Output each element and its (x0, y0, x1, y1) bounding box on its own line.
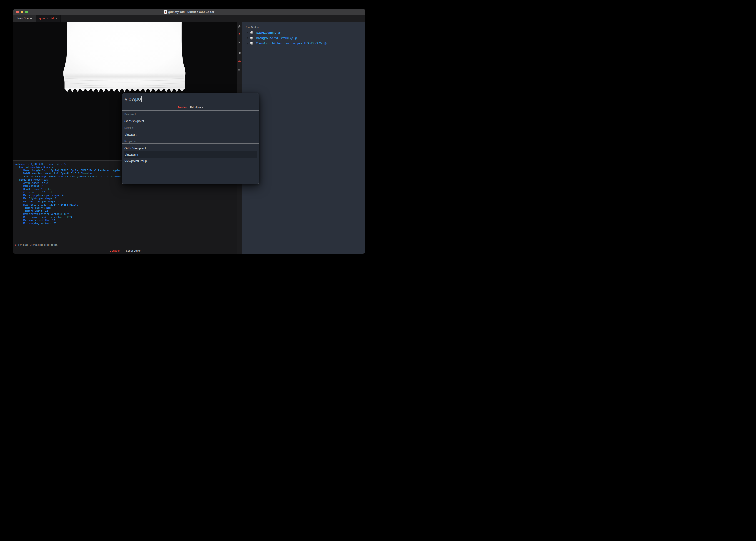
node-name-label: Tütchen_rissc_mappes_TRANSFORM (272, 42, 323, 45)
pan-hand-icon[interactable] (238, 25, 241, 29)
dialog-tab-bar: Nodes Primitives (122, 104, 259, 110)
bullseye-badge-icon[interactable]: ◎ (290, 37, 293, 40)
text-caret (141, 96, 142, 102)
tab-bar: New Scene gummy.x3d × (13, 15, 365, 22)
dialog-section-label: Navigation (122, 140, 259, 144)
search-input[interactable]: viewpo (122, 93, 259, 104)
outline-header: Root Nodes (245, 26, 259, 28)
script-edit-icon[interactable] (238, 69, 241, 72)
document-icon (164, 10, 167, 14)
expand-triangle-icon[interactable] (247, 37, 248, 39)
tree-node-row[interactable]: TransformTütchen_rissc_mappes_TRANSFORM◎ (242, 41, 365, 46)
dialog-item-viewport[interactable]: Viewport (124, 132, 257, 138)
console-prompt-placeholder: Evaluate JavaScript code here. (18, 243, 58, 247)
dialog-tab-primitives[interactable]: Primitives (190, 106, 203, 109)
zoom-window-button[interactable] (25, 11, 28, 13)
dialog-tab-nodes[interactable]: Nodes (178, 106, 187, 109)
traffic-lights (16, 9, 28, 15)
node-type-label: NavigationInfo (256, 31, 276, 34)
console-tab-bar: Console Script Editor (13, 248, 237, 254)
bullseye-badge-icon[interactable]: ◎ (324, 42, 327, 45)
close-window-button[interactable] (16, 11, 19, 13)
outline-panel: Root Nodes NavigationInfo◉BackgroundWO_W… (242, 22, 365, 254)
tab-console[interactable]: Console (110, 249, 120, 252)
node-sphere-icon (250, 37, 253, 40)
tab-new-scene[interactable]: New Scene (13, 15, 36, 22)
sunrise-light-icon[interactable] (238, 59, 241, 62)
dialog-item-orthoviewpoint[interactable]: OrthoViewpoint (124, 145, 257, 152)
node-sphere-icon (250, 31, 253, 34)
dialog-section-label: Geospatial (122, 113, 259, 116)
dialog-result-list: GeospatialGeoViewpointLayeringViewportNa… (122, 113, 259, 164)
dialog-section-label: Layering (122, 126, 259, 130)
tab-gummy-x3d[interactable]: gummy.x3d × (36, 15, 61, 22)
dialog-item-viewpoint[interactable]: Viewpoint (124, 152, 257, 158)
dialog-divider (122, 110, 259, 111)
window-title: gummy.x3d · Sunrize X3D Editor (168, 10, 214, 14)
dialog-item-geoviewpoint[interactable]: GeoViewpoint (124, 118, 257, 124)
node-search-dialog: viewpo Nodes Primitives GeospatialGeoVie… (122, 93, 259, 184)
outline-bottom-bar (242, 248, 365, 254)
fisheye-badge-icon[interactable]: ◉ (295, 37, 297, 40)
tree-node-row[interactable]: NavigationInfo◉ (242, 30, 365, 35)
node-name-label: WO_World (274, 36, 289, 40)
play-icon[interactable] (238, 40, 241, 44)
expand-triangle-icon[interactable] (247, 42, 248, 45)
prompt-chevron-icon: ❯ (15, 244, 17, 246)
toolbar-divider (238, 48, 241, 48)
minimize-window-button[interactable] (21, 11, 23, 13)
node-tree: NavigationInfo◉BackgroundWO_World◎◉Trans… (242, 30, 365, 46)
console-prompt-row[interactable]: ❯ Evaluate JavaScript code here. (13, 242, 237, 248)
node-type-label: Transform (256, 42, 270, 45)
frame-camera-icon[interactable] (238, 51, 241, 55)
tab-close-icon[interactable]: × (56, 17, 57, 20)
list-icon[interactable] (302, 250, 305, 253)
search-query-text: viewpo (125, 96, 141, 102)
node-type-label: Background (256, 36, 273, 40)
titlebar: gummy.x3d · Sunrize X3D Editor (13, 9, 365, 15)
select-arrow-icon[interactable] (238, 32, 241, 36)
node-sphere-icon (250, 42, 253, 45)
expand-triangle-icon[interactable] (247, 32, 248, 34)
fisheye-badge-icon[interactable]: ◉ (278, 31, 280, 34)
tab-script-editor[interactable]: Script Editor (126, 249, 141, 252)
dialog-item-viewpointgroup[interactable]: ViewpointGroup (124, 158, 257, 164)
tree-node-row[interactable]: BackgroundWO_World◎◉ (242, 35, 365, 41)
